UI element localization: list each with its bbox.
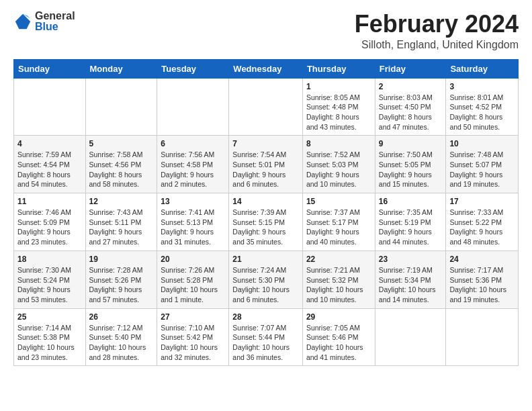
calendar-cell: 11 Sunrise: 7:46 AM Sunset: 5:09 PM Dayl… <box>14 193 86 251</box>
day-info: Sunrise: 7:33 AM Sunset: 5:22 PM Dayligh… <box>449 208 515 247</box>
day-info: Sunrise: 7:10 AM Sunset: 5:42 PM Dayligh… <box>161 323 225 363</box>
calendar-cell <box>85 78 157 136</box>
day-info: Sunrise: 7:35 AM Sunset: 5:19 PM Dayligh… <box>379 208 443 247</box>
calendar-cell <box>157 78 229 136</box>
day-number: 24 <box>449 255 515 264</box>
day-info: Sunrise: 7:26 AM Sunset: 5:28 PM Dayligh… <box>161 265 225 305</box>
day-info: Sunrise: 7:21 AM Sunset: 5:32 PM Dayligh… <box>306 265 371 305</box>
day-header: Wednesday <box>229 59 303 78</box>
calendar-week-row: 4 Sunrise: 7:59 AM Sunset: 4:54 PM Dayli… <box>14 136 519 193</box>
header: General Blue February 2024 Silloth, Engl… <box>13 11 519 51</box>
calendar-cell: 6 Sunrise: 7:56 AM Sunset: 4:58 PM Dayli… <box>157 136 229 193</box>
day-info: Sunrise: 7:43 AM Sunset: 5:11 PM Dayligh… <box>89 208 154 247</box>
day-number: 5 <box>89 139 154 148</box>
day-info: Sunrise: 7:05 AM Sunset: 5:46 PM Dayligh… <box>306 323 371 363</box>
calendar-cell: 21 Sunrise: 7:24 AM Sunset: 5:30 PM Dayl… <box>229 250 303 308</box>
day-number: 21 <box>232 255 299 264</box>
logo: General Blue <box>13 11 75 32</box>
calendar-cell <box>375 308 446 366</box>
calendar-cell: 2 Sunrise: 8:03 AM Sunset: 4:50 PM Dayli… <box>375 78 446 136</box>
logo-general: General <box>35 11 75 21</box>
day-info: Sunrise: 8:01 AM Sunset: 4:52 PM Dayligh… <box>449 93 515 132</box>
day-number: 22 <box>306 255 371 264</box>
calendar-cell: 28 Sunrise: 7:07 AM Sunset: 5:44 PM Dayl… <box>229 308 303 366</box>
calendar-cell: 29 Sunrise: 7:05 AM Sunset: 5:46 PM Dayl… <box>302 308 375 366</box>
calendar-cell: 18 Sunrise: 7:30 AM Sunset: 5:24 PM Dayl… <box>14 250 86 308</box>
calendar-cell: 26 Sunrise: 7:12 AM Sunset: 5:40 PM Dayl… <box>85 308 157 366</box>
calendar-cell: 9 Sunrise: 7:50 AM Sunset: 5:05 PM Dayli… <box>375 136 446 193</box>
location-title: Silloth, England, United Kingdom <box>355 39 519 51</box>
logo-text: General Blue <box>35 11 75 32</box>
calendar-table: SundayMondayTuesdayWednesdayThursdayFrid… <box>13 59 519 367</box>
day-info: Sunrise: 7:58 AM Sunset: 4:56 PM Dayligh… <box>89 150 154 189</box>
calendar-cell: 16 Sunrise: 7:35 AM Sunset: 5:19 PM Dayl… <box>375 193 446 251</box>
day-info: Sunrise: 7:17 AM Sunset: 5:36 PM Dayligh… <box>449 265 515 305</box>
day-number: 19 <box>89 255 154 264</box>
day-info: Sunrise: 7:41 AM Sunset: 5:13 PM Dayligh… <box>161 208 225 247</box>
day-number: 13 <box>161 197 225 206</box>
calendar-cell: 17 Sunrise: 7:33 AM Sunset: 5:22 PM Dayl… <box>446 193 519 251</box>
calendar-cell: 1 Sunrise: 8:05 AM Sunset: 4:48 PM Dayli… <box>302 78 375 136</box>
day-number: 29 <box>306 312 371 322</box>
day-number: 6 <box>161 139 225 148</box>
day-info: Sunrise: 7:14 AM Sunset: 5:38 PM Dayligh… <box>17 323 82 363</box>
day-number: 10 <box>449 139 515 148</box>
days-header-row: SundayMondayTuesdayWednesdayThursdayFrid… <box>14 59 519 78</box>
calendar-cell <box>14 78 86 136</box>
day-number: 8 <box>306 139 371 148</box>
calendar-cell: 12 Sunrise: 7:43 AM Sunset: 5:11 PM Dayl… <box>85 193 157 251</box>
logo-icon <box>13 12 32 31</box>
day-number: 4 <box>17 139 82 148</box>
day-number: 28 <box>232 312 299 322</box>
calendar-cell <box>446 308 519 366</box>
calendar-cell: 8 Sunrise: 7:52 AM Sunset: 5:03 PM Dayli… <box>302 136 375 193</box>
calendar-cell: 25 Sunrise: 7:14 AM Sunset: 5:38 PM Dayl… <box>14 308 86 366</box>
day-number: 17 <box>449 197 515 206</box>
day-info: Sunrise: 7:24 AM Sunset: 5:30 PM Dayligh… <box>232 265 299 305</box>
day-number: 12 <box>89 197 154 206</box>
day-number: 1 <box>306 82 371 91</box>
calendar-week-row: 1 Sunrise: 8:05 AM Sunset: 4:48 PM Dayli… <box>14 78 519 136</box>
day-number: 9 <box>379 139 443 148</box>
calendar-cell: 13 Sunrise: 7:41 AM Sunset: 5:13 PM Dayl… <box>157 193 229 251</box>
day-info: Sunrise: 7:50 AM Sunset: 5:05 PM Dayligh… <box>379 150 443 189</box>
day-info: Sunrise: 7:56 AM Sunset: 4:58 PM Dayligh… <box>161 150 225 189</box>
day-info: Sunrise: 7:37 AM Sunset: 5:17 PM Dayligh… <box>306 208 371 247</box>
day-info: Sunrise: 7:19 AM Sunset: 5:34 PM Dayligh… <box>379 265 443 305</box>
day-number: 26 <box>89 312 154 322</box>
calendar-cell: 22 Sunrise: 7:21 AM Sunset: 5:32 PM Dayl… <box>302 250 375 308</box>
calendar-cell: 15 Sunrise: 7:37 AM Sunset: 5:17 PM Dayl… <box>302 193 375 251</box>
day-header: Tuesday <box>157 59 229 78</box>
day-header: Friday <box>375 59 446 78</box>
day-info: Sunrise: 7:12 AM Sunset: 5:40 PM Dayligh… <box>89 323 154 363</box>
day-header: Monday <box>85 59 157 78</box>
calendar-cell: 10 Sunrise: 7:48 AM Sunset: 5:07 PM Dayl… <box>446 136 519 193</box>
day-number: 11 <box>17 197 82 206</box>
day-number: 3 <box>449 82 515 91</box>
day-info: Sunrise: 7:52 AM Sunset: 5:03 PM Dayligh… <box>306 150 371 189</box>
day-info: Sunrise: 7:59 AM Sunset: 4:54 PM Dayligh… <box>17 150 82 189</box>
day-info: Sunrise: 7:30 AM Sunset: 5:24 PM Dayligh… <box>17 265 82 305</box>
calendar-cell: 5 Sunrise: 7:58 AM Sunset: 4:56 PM Dayli… <box>85 136 157 193</box>
day-info: Sunrise: 7:07 AM Sunset: 5:44 PM Dayligh… <box>232 323 299 363</box>
day-header: Thursday <box>302 59 375 78</box>
month-title: February 2024 <box>355 11 519 38</box>
calendar-week-row: 25 Sunrise: 7:14 AM Sunset: 5:38 PM Dayl… <box>14 308 519 366</box>
day-info: Sunrise: 7:28 AM Sunset: 5:26 PM Dayligh… <box>89 265 154 305</box>
calendar-cell <box>229 78 303 136</box>
day-number: 27 <box>161 312 225 322</box>
day-number: 14 <box>232 197 299 206</box>
calendar-week-row: 11 Sunrise: 7:46 AM Sunset: 5:09 PM Dayl… <box>14 193 519 251</box>
calendar-cell: 7 Sunrise: 7:54 AM Sunset: 5:01 PM Dayli… <box>229 136 303 193</box>
day-info: Sunrise: 7:54 AM Sunset: 5:01 PM Dayligh… <box>232 150 299 189</box>
calendar-cell: 19 Sunrise: 7:28 AM Sunset: 5:26 PM Dayl… <box>85 250 157 308</box>
calendar-cell: 27 Sunrise: 7:10 AM Sunset: 5:42 PM Dayl… <box>157 308 229 366</box>
logo-blue: Blue <box>35 21 75 32</box>
day-number: 7 <box>232 139 299 148</box>
day-header: Sunday <box>14 59 86 78</box>
day-number: 16 <box>379 197 443 206</box>
svg-marker-0 <box>15 14 30 29</box>
calendar-cell: 14 Sunrise: 7:39 AM Sunset: 5:15 PM Dayl… <box>229 193 303 251</box>
day-number: 23 <box>379 255 443 264</box>
day-number: 2 <box>379 82 443 91</box>
